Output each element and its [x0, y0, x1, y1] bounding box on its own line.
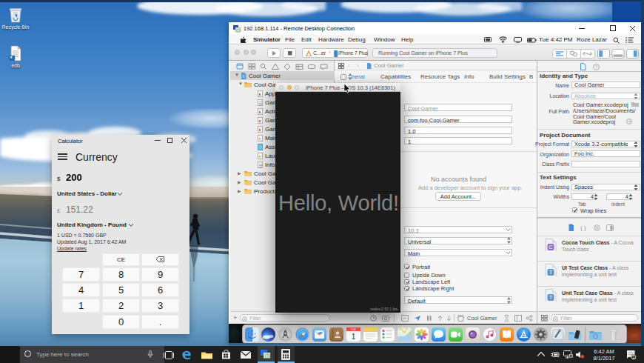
svg-text:T: T — [549, 294, 553, 301]
svg-text:1: 1 — [352, 333, 356, 341]
svg-text:?: ? — [595, 64, 598, 69]
svg-text:TUE: TUE — [351, 328, 355, 331]
svg-text:C: C — [549, 244, 553, 250]
svg-text:T: T — [549, 269, 553, 276]
